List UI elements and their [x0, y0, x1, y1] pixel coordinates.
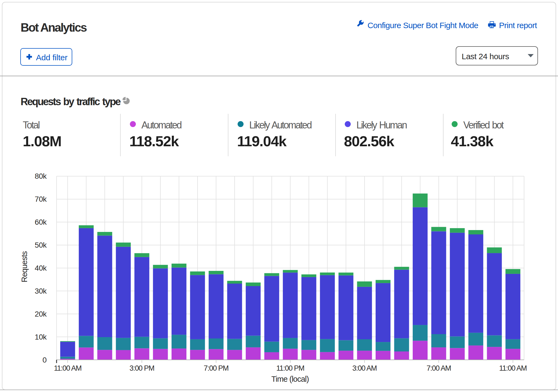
svg-text:30k: 30k — [35, 287, 47, 295]
svg-text:50k: 50k — [35, 241, 47, 249]
svg-text:40k: 40k — [35, 264, 47, 272]
svg-text:7:00 AM: 7:00 AM — [426, 364, 451, 372]
svg-text:10k: 10k — [35, 333, 47, 341]
svg-text:70k: 70k — [35, 195, 47, 203]
svg-text:Time (local): Time (local) — [271, 375, 309, 383]
svg-text:60k: 60k — [35, 218, 47, 226]
svg-text:0: 0 — [42, 356, 47, 364]
svg-text:7:00 PM: 7:00 PM — [204, 364, 228, 372]
svg-text:Requests: Requests — [20, 251, 29, 282]
svg-text:11:00 AM: 11:00 AM — [499, 364, 527, 372]
svg-text:11:00 AM: 11:00 AM — [54, 364, 81, 372]
svg-text:3:00 AM: 3:00 AM — [352, 364, 377, 372]
svg-text:20k: 20k — [35, 310, 47, 318]
svg-text:80k: 80k — [35, 172, 47, 180]
svg-text:3:00 PM: 3:00 PM — [129, 364, 154, 372]
svg-text:11:00 PM: 11:00 PM — [276, 364, 304, 372]
